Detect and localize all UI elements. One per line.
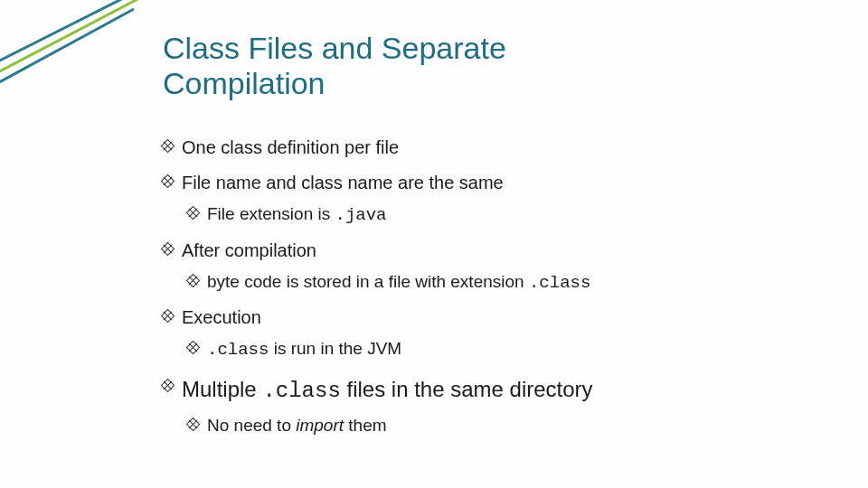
bullet-text: After compilation	[182, 239, 814, 263]
svg-line-2	[0, 9, 134, 87]
diamond-bullet-icon	[186, 417, 201, 431]
code-segment: .class	[529, 273, 590, 293]
svg-line-1	[0, 0, 143, 76]
text-segment: is run in the JVM	[269, 339, 401, 358]
text-segment: files in the same directory	[341, 377, 593, 401]
diamond-bullet-icon	[186, 274, 201, 288]
bullet-class-jvm: .class is run in the JVM	[188, 337, 814, 362]
text-segment: Multiple	[182, 377, 262, 401]
text-segment: File extension is	[207, 204, 335, 223]
bullet-text: Execution	[182, 305, 814, 330]
code-segment: .class	[262, 379, 340, 403]
bullet-after-compilation: After compilation	[163, 239, 814, 263]
code-segment: .java	[335, 205, 387, 225]
bullet-text: File extension is .java	[207, 202, 814, 228]
bullet-execution: Execution	[163, 305, 814, 330]
bullet-text: File name and class name are the same	[182, 171, 814, 195]
text-segment: byte code is stored in a file with exten…	[207, 272, 529, 291]
bullet-file-class-name: File name and class name are the same	[163, 171, 814, 195]
italic-segment: import	[296, 416, 344, 435]
bullet-text: .class is run in the JVM	[207, 337, 814, 362]
diamond-bullet-icon	[161, 309, 175, 324]
bullet-bytecode-class: byte code is stored in a file with exten…	[188, 270, 814, 296]
bullet-text: One class definition per file	[182, 136, 814, 160]
bullet-file-extension-java: File extension is .java	[188, 202, 814, 228]
diamond-bullet-icon	[161, 174, 175, 189]
slide-title: Class Files and Separate Compilation	[163, 31, 561, 101]
diamond-bullet-icon	[161, 379, 175, 393]
text-segment: them	[344, 416, 387, 435]
diamond-bullet-icon	[161, 139, 175, 154]
bullet-no-import: No need to import them	[188, 414, 814, 437]
bullet-text: Multiple .class files in the same direct…	[182, 375, 814, 406]
diamond-bullet-icon	[186, 341, 201, 355]
bullet-one-class-def: One class definition per file	[163, 136, 814, 160]
bullet-multiple-class-files: Multiple .class files in the same direct…	[163, 375, 814, 406]
bullet-text: byte code is stored in a file with exten…	[207, 270, 814, 296]
diamond-bullet-icon	[186, 206, 201, 221]
slide-content: Class Files and Separate Compilation One…	[163, 31, 814, 444]
text-segment: No need to	[207, 416, 296, 435]
diamond-bullet-icon	[161, 242, 175, 257]
code-segment: .class	[207, 340, 269, 360]
svg-line-0	[0, 0, 152, 65]
bullet-text: No need to import them	[207, 414, 814, 437]
